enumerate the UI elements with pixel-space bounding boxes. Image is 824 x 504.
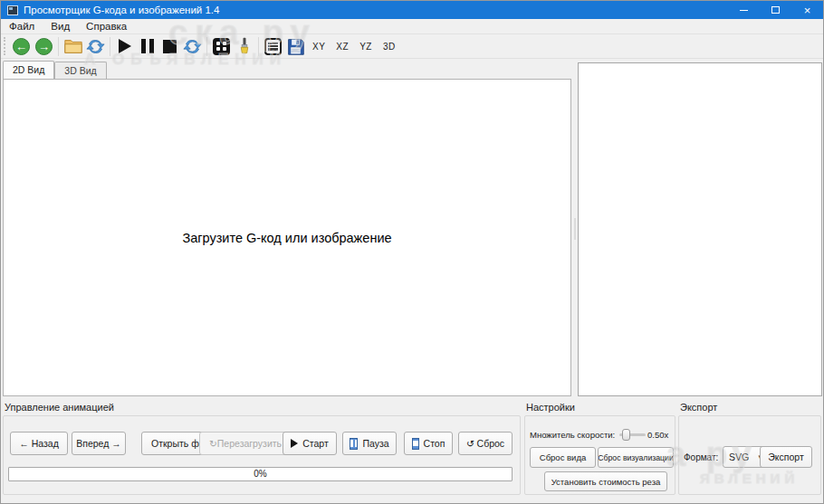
grid-button[interactable]: [210, 35, 233, 58]
speed-value: 0.50x: [647, 430, 668, 440]
open-file-button[interactable]: [62, 35, 84, 58]
toolbar-separator: [258, 37, 259, 56]
menu-view[interactable]: Вид: [43, 20, 78, 33]
toolbar-separator: [206, 37, 207, 56]
maximize-button[interactable]: [760, 1, 791, 19]
reset-visualization-label: Сброс визуализации: [598, 453, 674, 462]
view-tabbar: 2D Вид 3D Вид: [3, 61, 571, 79]
reset-visualization-button[interactable]: Сброс визуализации: [598, 447, 674, 468]
open-folder-icon: [63, 36, 83, 56]
pane-splitter[interactable]: [571, 61, 578, 396]
pause-icon: [141, 39, 154, 53]
reset-label: ↺ Сброс: [466, 438, 504, 449]
settings-group-label: Настройки: [526, 402, 575, 413]
animation-group: [3, 415, 521, 495]
toolbar: ← →: [1, 34, 823, 59]
export-group-label: Экспорт: [680, 402, 717, 413]
pause-button[interactable]: [136, 35, 158, 58]
minimize-button[interactable]: [728, 1, 760, 19]
reset-view-button[interactable]: Сброс вида: [530, 447, 596, 468]
view-xz-button[interactable]: XZ: [331, 38, 354, 55]
stop-label: Стоп: [424, 438, 446, 449]
save-icon: [286, 37, 305, 56]
reload-icon: [183, 37, 202, 56]
menu-bar: Файл Вид Справка: [1, 19, 823, 34]
menu-file[interactable]: Файл: [1, 20, 43, 33]
close-icon: ×: [804, 4, 811, 17]
set-cut-cost-button[interactable]: Установить стоимость реза: [544, 471, 667, 491]
animation-group-label: Управление анимацией: [5, 402, 114, 413]
brush-icon: [235, 37, 254, 55]
format-label: Формат:: [684, 452, 718, 462]
minimize-icon: [740, 10, 748, 11]
window-title: Просмотрщик G-кода и изображений 1.4: [24, 5, 219, 15]
reload-file-button[interactable]: ↻Перезагрузить: [199, 432, 292, 455]
pause-label: Пауза: [362, 438, 388, 449]
refresh-button[interactable]: [84, 35, 107, 58]
view-3d-button[interactable]: 3D: [378, 38, 401, 55]
pause-bottom-button[interactable]: Пауза: [342, 432, 397, 455]
title-bar[interactable]: Просмотрщик G-кода и изображений 1.4 ×: [1, 1, 823, 19]
app-window: { "window": { "title": "Просмотрщик G-ко…: [0, 0, 824, 504]
step-forward-label: Вперед →: [76, 438, 121, 449]
app-icon: [7, 5, 18, 15]
save-button[interactable]: [284, 35, 307, 58]
view-yz-button[interactable]: YZ: [354, 38, 378, 55]
refresh-icon: [86, 37, 105, 56]
view-xy-button[interactable]: XY: [307, 38, 331, 55]
right-panel: [578, 62, 822, 396]
forward-icon: →: [35, 38, 53, 55]
close-button[interactable]: ×: [791, 1, 823, 19]
export-button[interactable]: Экспорт: [760, 446, 812, 468]
progress-text: 0%: [254, 469, 266, 479]
reset-button[interactable]: ↺ Сброс: [458, 432, 513, 455]
step-forward-button[interactable]: Вперед →: [72, 432, 126, 455]
stop-bottom-button[interactable]: Стоп: [404, 432, 453, 455]
grid-icon: [213, 38, 230, 55]
export-button-label: Экспорт: [768, 452, 803, 462]
menu-help[interactable]: Справка: [78, 20, 135, 33]
start-label: Старт: [302, 438, 329, 449]
brush-button[interactable]: [233, 35, 255, 58]
layers-icon: [264, 38, 282, 55]
back-icon: ←: [13, 38, 30, 55]
tab-2d-view[interactable]: 2D Вид: [3, 61, 54, 79]
format-value: SVG: [729, 452, 749, 462]
reload-file-label: ↻Перезагрузить: [209, 438, 282, 449]
tab-3d-view[interactable]: 3D Вид: [54, 62, 106, 79]
window-controls: ×: [728, 1, 823, 19]
toolbar-separator: [110, 37, 110, 56]
canvas-placeholder-text: Загрузите G-код или изображение: [182, 231, 391, 245]
step-back-button[interactable]: ← Назад: [10, 432, 68, 455]
reset-view-label: Сброс вида: [540, 452, 586, 462]
play-button[interactable]: [113, 35, 136, 58]
maximize-icon: [771, 6, 780, 14]
speed-slider-thumb[interactable]: [622, 429, 630, 441]
toolbar-grip[interactable]: [4, 37, 8, 55]
play-icon: [119, 39, 131, 53]
pause-bottom-icon: [350, 438, 358, 450]
start-button[interactable]: Старт: [283, 432, 337, 455]
viewport-2d[interactable]: Загрузите G-код или изображение: [3, 79, 571, 396]
progress-bar: 0%: [8, 467, 513, 481]
set-cut-cost-label: Установить стоимость реза: [551, 477, 661, 487]
back-button[interactable]: ←: [10, 35, 33, 58]
stop-button[interactable]: [158, 35, 181, 58]
start-play-icon: [291, 439, 298, 448]
step-back-label: ← Назад: [19, 438, 59, 449]
stop-bottom-icon: [412, 438, 419, 450]
reload-button[interactable]: [181, 35, 204, 58]
layers-button[interactable]: [262, 35, 284, 58]
stop-icon: [163, 40, 177, 53]
viewer-pane: 2D Вид 3D Вид Загрузите G-код или изобра…: [3, 61, 571, 396]
toolbar-separator: [58, 37, 59, 56]
speed-multiplier-label: Множитель скорости:: [530, 430, 615, 440]
forward-button[interactable]: →: [33, 35, 55, 58]
